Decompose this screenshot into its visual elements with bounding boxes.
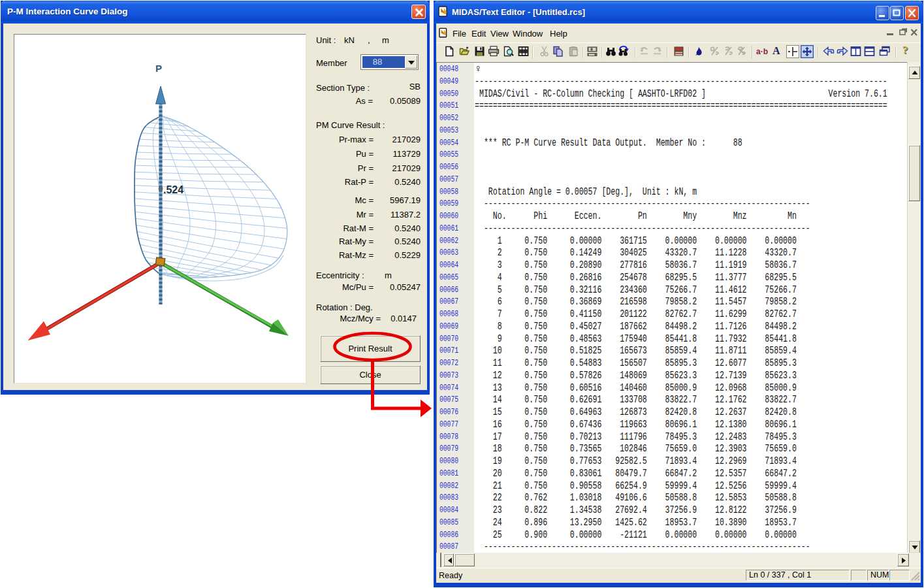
svg-text:P: P	[155, 63, 162, 74]
svg-text:.524: .524	[163, 184, 183, 195]
